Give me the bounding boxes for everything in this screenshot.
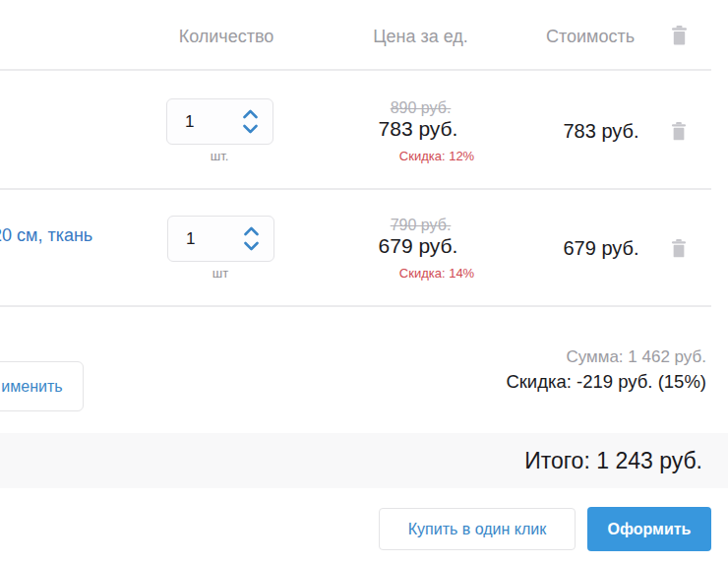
remove-item-button-row1[interactable] [671, 121, 688, 141]
product-title-row2[interactable]: 20 см, ткань [0, 225, 92, 246]
row-divider [0, 305, 711, 307]
remove-item-button-row2[interactable] [671, 238, 688, 258]
quantity-decrease-row1[interactable] [242, 124, 259, 134]
sum-line: Сумма: 1 462 руб. [411, 347, 706, 367]
column-header-quantity: Количество [148, 27, 305, 47]
trash-icon [671, 122, 688, 141]
header-divider [0, 69, 711, 71]
quantity-value-row2[interactable]: 1 [186, 217, 195, 261]
apply-promo-button[interactable]: именить [0, 361, 84, 411]
trash-icon [671, 26, 688, 45]
chevron-up-icon [242, 107, 259, 122]
chevron-down-icon [242, 122, 259, 137]
unit-label-row1: шт. [167, 149, 272, 163]
quantity-decrease-row2[interactable] [243, 241, 260, 251]
total-band: Итого: 1 243 руб. [0, 433, 728, 488]
column-header-unit-price: Цена за ед. [344, 27, 497, 47]
cost-row1: 783 руб. [527, 120, 675, 143]
unit-label-row2: шт [168, 266, 273, 281]
quantity-increase-row2[interactable] [243, 226, 260, 236]
quantity-increase-row1[interactable] [242, 109, 259, 119]
chevron-down-icon [243, 239, 260, 254]
one-click-buy-button[interactable]: Купить в один клик [379, 508, 576, 550]
checkout-button[interactable]: Оформить [587, 507, 711, 551]
discount-note-row1: Скидка: 12% [344, 149, 529, 163]
old-price-row1: 890 руб. [344, 99, 497, 117]
remove-all-button[interactable] [671, 26, 688, 45]
quantity-stepper-row1[interactable]: 1 [166, 98, 273, 145]
old-price-row2: 790 руб. [344, 217, 497, 234]
trash-icon [671, 239, 688, 258]
total-line: Итого: 1 243 руб. [524, 433, 702, 488]
cost-row2: 679 руб. [527, 237, 675, 260]
quantity-stepper-row2[interactable]: 1 [167, 216, 274, 262]
discount-line: Скидка: -219 руб. (15%) [392, 371, 706, 393]
discount-note-row2: Скидка: 14% [344, 266, 529, 281]
price-row1: 783 руб. [339, 117, 497, 141]
quantity-value-row1[interactable]: 1 [185, 99, 194, 144]
price-row2: 679 руб. [339, 234, 497, 258]
chevron-up-icon [243, 224, 260, 239]
column-header-cost: Стоимость [516, 27, 664, 47]
row-divider [0, 188, 711, 190]
